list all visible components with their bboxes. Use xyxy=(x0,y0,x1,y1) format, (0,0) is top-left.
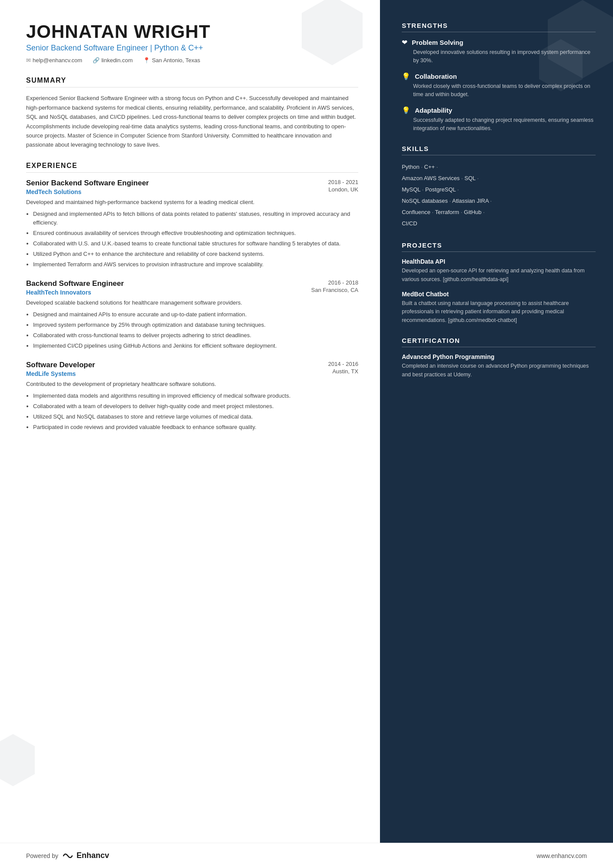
bullet-1-5: Implemented Terraform and AWS services t… xyxy=(33,260,358,269)
location-contact: 📍 San Antonio, Texas xyxy=(143,57,200,64)
svg-marker-1 xyxy=(0,734,35,786)
svg-marker-3 xyxy=(539,39,583,91)
exp-bullets-3: Implemented data models and algorithms r… xyxy=(26,392,358,432)
projects-section: PROJECTS HealthData API Developed an ope… xyxy=(402,241,596,325)
exp-bullets-1: Designed and implemented APIs to fetch b… xyxy=(26,210,358,269)
certification-section: CERTIFICATION Advanced Python Programmin… xyxy=(402,337,596,379)
link-icon: 🔗 xyxy=(93,57,100,64)
exp-date-2: 2016 - 2018 xyxy=(311,279,358,286)
summary-title: SUMMARY xyxy=(26,77,358,87)
exp-desc-1: Developed and maintained high-performanc… xyxy=(26,198,358,207)
exp-date-3: 2014 - 2016 xyxy=(328,361,358,367)
exp-meta-2: 2016 - 2018 San Francisco, CA xyxy=(311,279,358,293)
bullet-1-3: Collaborated with U.S. and U.K.-based te… xyxy=(33,239,358,248)
enhancv-logo: Enhancv xyxy=(62,851,109,860)
exp-location-3: Austin, TX xyxy=(328,368,358,375)
location-text: San Antonio, Texas xyxy=(152,57,200,64)
skills-list: Python · C++ · Amazon AWS Services · SQL… xyxy=(402,161,596,229)
exp-job-title-2: Backend Software Engineer xyxy=(26,279,124,288)
exp-company-1: MedTech Solutions xyxy=(26,188,149,195)
exp-meta-1: 2018 - 2021 London, UK xyxy=(328,179,358,193)
exp-header-3: Software Developer MedLife Systems 2014 … xyxy=(26,361,358,377)
skills-title: SKILLS xyxy=(402,145,596,155)
experience-item-3: Software Developer MedLife Systems 2014 … xyxy=(26,361,358,432)
collaboration-icon: 💡 xyxy=(402,72,410,80)
bullet-2-1: Designed and maintained APIs to ensure a… xyxy=(33,310,358,319)
strength-header-3: 💡 Adaptability xyxy=(402,106,596,114)
strength-name-3: Adaptability xyxy=(415,107,452,114)
bullet-2-3: Collaborated with cross-functional teams… xyxy=(33,331,358,340)
project-item-1: HealthData API Developed an open-source … xyxy=(402,258,596,284)
heart-icon: ❤ xyxy=(402,38,407,47)
bullet-3-3: Utilized SQL and NoSQL databases to stor… xyxy=(33,412,358,422)
bullet-1-1: Designed and implemented APIs to fetch b… xyxy=(33,210,358,228)
project-name-2: MedBot Chatbot xyxy=(402,291,596,298)
project-desc-2: Built a chatbot using natural language p… xyxy=(402,299,596,325)
email-text: help@enhancv.com xyxy=(33,57,82,64)
footer-url: www.enhancv.com xyxy=(536,852,587,859)
bullet-2-4: Implemented CI/CD pipelines using GitHub… xyxy=(33,342,358,351)
strength-name-2: Collaboration xyxy=(415,73,457,80)
cert-desc: Completed an intensive course on advance… xyxy=(402,362,596,379)
bullet-1-4: Utilized Python and C++ to enhance the a… xyxy=(33,250,358,259)
bullet-3-4: Participated in code reviews and provide… xyxy=(33,423,358,432)
bullet-2-2: Improved system performance by 25% throu… xyxy=(33,321,358,330)
exp-header-1: Senior Backend Software Engineer MedTech… xyxy=(26,179,358,195)
exp-title-3: Software Developer MedLife Systems xyxy=(26,361,95,377)
svg-marker-0 xyxy=(302,0,363,65)
exp-desc-2: Developed scalable backend solutions for… xyxy=(26,298,358,308)
linkedin-contact: 🔗 linkedin.com xyxy=(93,57,133,64)
email-contact: ✉ help@enhancv.com xyxy=(26,57,82,64)
brand-name: Enhancv xyxy=(77,851,109,860)
experience-item-1: Senior Backend Software Engineer MedTech… xyxy=(26,179,358,269)
strength-desc-3: Successfully adapted to changing project… xyxy=(402,116,596,133)
strength-name-1: Problem Solving xyxy=(412,39,463,46)
right-column: STRENGTHS ❤ Problem Solving Developed in… xyxy=(380,0,613,843)
bullet-3-1: Implemented data models and algorithms r… xyxy=(33,392,358,401)
exp-location-2: San Francisco, CA xyxy=(311,287,358,293)
exp-meta-3: 2014 - 2016 Austin, TX xyxy=(328,361,358,375)
linkedin-text: linkedin.com xyxy=(101,57,133,64)
exp-title-1: Senior Backend Software Engineer MedTech… xyxy=(26,179,149,195)
email-icon: ✉ xyxy=(26,57,31,64)
project-desc-1: Developed an open-source API for retriev… xyxy=(402,267,596,284)
exp-title-2: Backend Software Engineer HealthTech Inn… xyxy=(26,279,124,296)
enhancv-logo-icon xyxy=(62,851,74,860)
experience-section: EXPERIENCE Senior Backend Software Engin… xyxy=(26,162,358,432)
adaptability-icon: 💡 xyxy=(402,106,410,114)
exp-bullets-2: Designed and maintained APIs to ensure a… xyxy=(26,310,358,350)
certification-title: CERTIFICATION xyxy=(402,337,596,347)
location-icon: 📍 xyxy=(143,57,150,64)
project-item-2: MedBot Chatbot Built a chatbot using nat… xyxy=(402,291,596,325)
cert-name: Advanced Python Programming xyxy=(402,353,596,360)
bullet-1-2: Ensured continuous availability of servi… xyxy=(33,229,358,238)
strength-item-3: 💡 Adaptability Successfully adapted to c… xyxy=(402,106,596,133)
summary-section: SUMMARY Experienced Senior Backend Softw… xyxy=(26,77,358,150)
exp-company-2: HealthTech Innovators xyxy=(26,289,124,296)
summary-text: Experienced Senior Backend Software Engi… xyxy=(26,94,358,150)
exp-company-3: MedLife Systems xyxy=(26,370,95,377)
experience-title: EXPERIENCE xyxy=(26,162,358,173)
exp-date-1: 2018 - 2021 xyxy=(328,179,358,185)
bullet-3-2: Collaborated with a team of developers t… xyxy=(33,402,358,411)
powered-by-text: Powered by xyxy=(26,852,58,859)
skills-section: SKILLS Python · C++ · Amazon AWS Service… xyxy=(402,145,596,229)
exp-location-1: London, UK xyxy=(328,186,358,193)
footer: Powered by Enhancv www.enhancv.com xyxy=(0,843,613,868)
project-name-1: HealthData API xyxy=(402,258,596,265)
exp-header-2: Backend Software Engineer HealthTech Inn… xyxy=(26,279,358,296)
exp-job-title-1: Senior Backend Software Engineer xyxy=(26,179,149,188)
footer-left: Powered by Enhancv xyxy=(26,851,109,860)
left-column: JOHNATAN WRIGHT Senior Backend Software … xyxy=(0,0,380,843)
exp-job-title-3: Software Developer xyxy=(26,361,95,369)
projects-title: PROJECTS xyxy=(402,241,596,252)
experience-item-2: Backend Software Engineer HealthTech Inn… xyxy=(26,279,358,350)
exp-desc-3: Contributed to the development of propri… xyxy=(26,380,358,389)
